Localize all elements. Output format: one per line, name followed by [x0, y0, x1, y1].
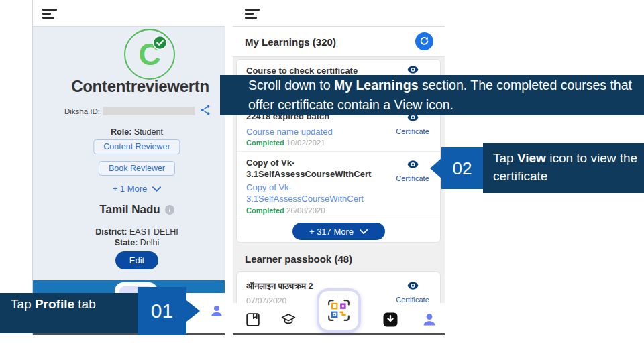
screenshot-edge — [33, 333, 225, 335]
step2-instruction: Tap View icon to view the certificate — [483, 143, 644, 193]
hamburger-menu-icon[interactable] — [245, 9, 261, 19]
profile-screen: C Contentreviewertn Diksha ID: Role: Stu… — [32, 0, 225, 335]
step2-arrow — [430, 158, 441, 178]
completed-date: 10/02/2021 — [284, 139, 325, 147]
passbook-course-title[interactable]: ऑनलाइन पाठ्यक्रम 2 — [246, 281, 380, 292]
content-reviewer-button[interactable]: Content Reviewer — [93, 139, 180, 154]
banner-text: Scroll down to — [248, 78, 334, 93]
screenshot-edge — [233, 333, 445, 335]
profile-body: C Contentreviewertn Diksha ID: Role: Stu… — [33, 27, 225, 280]
divider — [237, 151, 440, 152]
course-completed-row: Completed 10/02/2021 — [246, 139, 325, 147]
diksha-id-label: Diksha ID: — [64, 107, 100, 115]
left-top-bar — [33, 0, 225, 27]
step1-number: 01 — [138, 287, 186, 335]
diksha-id-row: Diksha ID: — [46, 107, 227, 117]
screenshot-canvas: C Contentreviewertn Diksha ID: Role: Stu… — [0, 0, 644, 362]
step1-text: tab — [74, 297, 96, 311]
location-row: Tamil Nadu — [46, 203, 227, 217]
step1-instruction: Tap Profile tab — [0, 293, 138, 333]
step1-bold-text: Profile — [35, 297, 74, 311]
step1-text: Tap — [11, 297, 35, 311]
more-roles-label: + 1 More — [113, 184, 148, 194]
profile-tab-icon[interactable] — [209, 304, 224, 318]
course-batch-link[interactable]: Course name updated — [246, 127, 404, 138]
location-name: Tamil Nadu — [99, 203, 160, 217]
step2-bold-text: View — [517, 151, 546, 165]
completed-date: 26/08/2020 — [284, 206, 325, 215]
completed-label: Completed — [246, 139, 284, 147]
instruction-banner: Scroll down to My Learnings section. The… — [220, 75, 644, 115]
view-eye-icon[interactable] — [392, 159, 433, 171]
hamburger-menu-icon[interactable] — [42, 9, 58, 19]
refresh-icon — [419, 36, 430, 47]
district-row: District: EAST DELHI — [46, 227, 227, 237]
step1-arrow — [186, 300, 200, 322]
completed-label: Completed — [246, 206, 284, 215]
qr-code-icon — [327, 298, 351, 322]
view-eye-icon[interactable] — [392, 280, 433, 292]
course-title[interactable]: Copy of Vk-3.1SelfAssessCourseWithCert — [246, 158, 404, 180]
info-icon[interactable] — [165, 205, 174, 215]
chevron-down-icon — [360, 229, 368, 234]
certificate-label: Certificate — [396, 174, 429, 182]
divider — [237, 217, 440, 217]
more-courses-label: + 317 More — [309, 227, 354, 237]
show-more-roles-link[interactable]: + 1 More — [46, 184, 227, 194]
my-learnings-header: My Learnings (320) — [233, 27, 445, 57]
district-value: EAST DELHI — [127, 227, 178, 237]
role-label: Role: — [111, 127, 131, 137]
banner-bold-text: My Learnings — [334, 78, 419, 93]
step2-number: 02 — [441, 147, 483, 189]
refresh-button[interactable] — [415, 32, 433, 50]
downloads-tab-icon[interactable] — [382, 312, 398, 328]
certificate-view-action[interactable]: Certificate — [392, 159, 433, 184]
book-reviewer-button[interactable]: Book Reviewer — [99, 161, 175, 176]
diksha-id-redacted — [103, 107, 195, 115]
role-row: Role: Student — [46, 127, 227, 137]
courses-tab-icon[interactable] — [280, 312, 297, 328]
profile-blue-bar — [33, 280, 225, 293]
verified-badge-icon — [152, 35, 168, 50]
state-label: State: — [115, 238, 138, 247]
my-learnings-title: My Learnings (320) — [245, 36, 336, 48]
certificate-view-action[interactable]: Certificate — [392, 280, 433, 305]
course-completed-row: Completed 26/08/2020 — [246, 206, 325, 215]
my-learnings-screen: My Learnings (320) Course to check certi… — [233, 0, 445, 335]
edit-profile-button[interactable]: Edit — [115, 251, 158, 269]
step2-text: Tap — [493, 151, 517, 165]
right-top-bar — [233, 0, 445, 27]
chevron-down-icon — [152, 186, 161, 192]
state-value: Delhi — [138, 238, 159, 247]
library-tab-icon[interactable] — [245, 312, 261, 328]
share-icon[interactable] — [199, 104, 211, 116]
profile-name: Contentreviewertn — [40, 77, 241, 96]
show-more-courses-button[interactable]: + 317 More — [292, 223, 385, 240]
state-row: State: Delhi — [46, 238, 227, 247]
role-value: Student — [131, 127, 163, 137]
qr-scanner-button[interactable] — [317, 288, 361, 333]
district-label: District: — [95, 227, 127, 237]
profile-tab-icon[interactable] — [421, 312, 437, 328]
course-batch-link[interactable]: Copy of Vk-3.1SelfAssessCourseWithCert — [246, 182, 404, 204]
learner-passbook-title: Learner passbook (48) — [245, 253, 352, 265]
